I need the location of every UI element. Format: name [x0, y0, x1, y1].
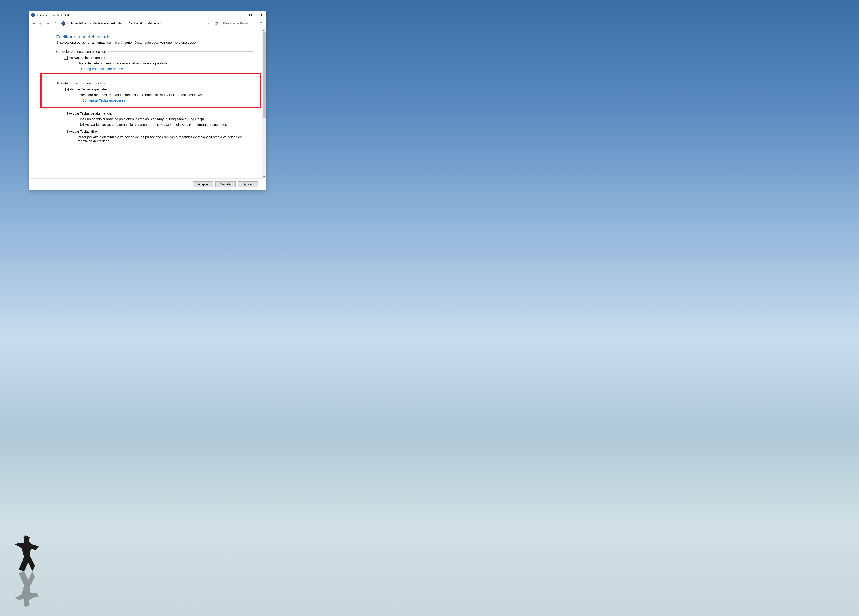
- wallpaper-runner-silhouette: [13, 535, 40, 571]
- breadcrumb-crumb-1[interactable]: Accesibilidad: [70, 22, 88, 25]
- chevron-right-icon: ›: [89, 22, 91, 25]
- close-button[interactable]: [256, 11, 266, 19]
- breadcrumb-overflow[interactable]: «: [66, 22, 69, 25]
- apply-button[interactable]: Aplicar: [238, 181, 258, 187]
- titlebar: Facilitar el uso del teclado: [29, 11, 266, 19]
- toggle-keys-desc: Emitir un sonido cuando se presionen las…: [78, 117, 253, 121]
- nav-back-button[interactable]: [31, 21, 36, 26]
- chevron-right-icon: ›: [125, 22, 127, 25]
- breadcrumb-icon: [61, 22, 65, 25]
- checkbox-label: Activar Teclas especiales: [70, 87, 108, 91]
- ok-button[interactable]: Aceptar: [193, 181, 213, 187]
- breadcrumb-crumb-3[interactable]: Facilitar el uso del teclado: [128, 22, 163, 25]
- checkbox-label: Activar Teclas de mouse: [69, 56, 105, 59]
- checkbox-label: Activar Teclas filtro: [69, 130, 97, 133]
- checkbox-toggle-keys[interactable]: Activar Teclas de alternancia: [64, 111, 253, 115]
- window-title: Facilitar el uso del teclado: [37, 13, 70, 17]
- svg-point-4: [260, 22, 262, 24]
- page-title: Facilitar el uso del teclado: [56, 34, 253, 40]
- checkbox-toggle-keys-hold[interactable]: Activar las Teclas de alternancia al man…: [80, 123, 253, 127]
- svg-rect-1: [250, 14, 251, 16]
- maximize-button[interactable]: [245, 11, 256, 19]
- chevron-right-icon: ›: [164, 22, 166, 25]
- group-mouse-keys: Controlar el mouse con el teclado: [56, 50, 253, 53]
- checkbox-filter-keys[interactable]: Activar Teclas filtro: [64, 130, 253, 133]
- checkbox-icon: [64, 112, 67, 115]
- sticky-keys-desc: Presionar métodos abreviados del teclado…: [79, 93, 252, 97]
- nav-forward-button[interactable]: [38, 21, 44, 26]
- checkbox-sticky-keys[interactable]: Activar Teclas especiales: [65, 87, 252, 91]
- filter-keys-desc: Pasar por alto o disminuir la velocidad …: [78, 135, 253, 143]
- scrollbar-track[interactable]: [262, 32, 266, 175]
- search-icon: [259, 22, 262, 25]
- link-configure-mouse-keys[interactable]: Configurar Teclas de mouse: [81, 67, 123, 71]
- control-panel-window: Facilitar el uso del teclado: [29, 11, 266, 190]
- dialog-footer: Aceptar Cancelar Aplicar: [29, 178, 266, 190]
- checkbox-icon: [64, 56, 67, 59]
- checkbox-mouse-keys[interactable]: Activar Teclas de mouse: [64, 56, 253, 59]
- checkbox-icon: [64, 130, 67, 133]
- refresh-button[interactable]: [213, 20, 220, 27]
- breadcrumb-bar[interactable]: « Accesibilidad › Centro de accesibilida…: [60, 20, 211, 27]
- app-icon: [31, 13, 35, 17]
- toolbar: « Accesibilidad › Centro de accesibilida…: [29, 19, 266, 28]
- content-area: Facilitar el uso del teclado Si seleccio…: [29, 28, 262, 178]
- wallpaper-runner-reflection: [13, 571, 40, 607]
- checkbox-icon: [80, 123, 84, 127]
- search-placeholder: Buscar en el Panel d...: [223, 22, 259, 25]
- search-input[interactable]: Buscar en el Panel d...: [222, 20, 264, 27]
- checkbox-label: Activar las Teclas de alternancia al man…: [85, 123, 227, 127]
- vertical-scrollbar[interactable]: [262, 28, 266, 178]
- scrollbar-thumb[interactable]: [262, 32, 266, 118]
- cancel-button[interactable]: Cancelar: [216, 181, 236, 187]
- scroll-down-arrow-icon[interactable]: [262, 175, 266, 178]
- breadcrumb-dropdown-icon[interactable]: [207, 22, 209, 25]
- nav-recent-dropdown[interactable]: [45, 21, 51, 26]
- page-subtitle: Si selecciona estas herramientas, se ini…: [56, 41, 253, 44]
- group-type-easier: Facilitar la escritura en el teclado: [57, 81, 252, 85]
- svg-line-5: [262, 24, 262, 25]
- mouse-keys-desc: Use el teclado numérico para mover el mo…: [78, 61, 253, 65]
- checkbox-label: Activar Teclas de alternancia: [69, 111, 112, 115]
- link-configure-sticky-keys[interactable]: Configurar Teclas especiales: [82, 98, 125, 102]
- breadcrumb-crumb-2[interactable]: Centro de accesibilidad: [92, 22, 124, 25]
- nav-up-button[interactable]: [53, 21, 58, 26]
- highlight-sticky-keys: Facilitar la escritura en el teclado Act…: [41, 73, 261, 108]
- checkbox-icon: [65, 88, 69, 91]
- scroll-up-arrow-icon[interactable]: [262, 28, 266, 32]
- minimize-button[interactable]: [235, 11, 245, 19]
